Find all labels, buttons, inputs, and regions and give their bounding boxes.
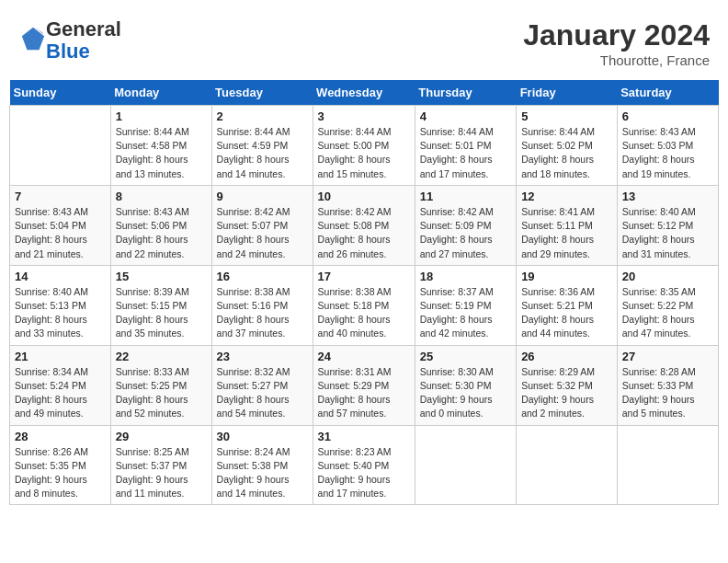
calendar-cell: 6Sunrise: 8:43 AMSunset: 5:03 PMDaylight… [617, 106, 718, 186]
day-number: 18 [420, 270, 511, 283]
calendar-cell: 1Sunrise: 8:44 AMSunset: 4:58 PMDaylight… [110, 106, 211, 186]
svg-marker-0 [22, 28, 44, 50]
day-number: 28 [15, 430, 106, 443]
calendar-week-row: 21Sunrise: 8:34 AMSunset: 5:24 PMDayligh… [10, 345, 719, 425]
calendar-cell: 24Sunrise: 8:31 AMSunset: 5:29 PMDayligh… [313, 345, 415, 425]
weekday-header-tuesday: Tuesday [211, 80, 313, 106]
day-number: 11 [420, 190, 511, 203]
calendar-cell [415, 425, 516, 505]
day-detail: Sunrise: 8:26 AMSunset: 5:35 PMDaylight:… [15, 445, 106, 501]
calendar-cell: 29Sunrise: 8:25 AMSunset: 5:37 PMDayligh… [110, 425, 211, 505]
day-number: 30 [217, 430, 308, 443]
day-number: 7 [15, 190, 106, 203]
weekday-header-saturday: Saturday [617, 80, 718, 106]
day-detail: Sunrise: 8:38 AMSunset: 5:16 PMDaylight:… [217, 285, 308, 341]
calendar-cell: 28Sunrise: 8:26 AMSunset: 5:35 PMDayligh… [10, 425, 111, 505]
day-detail: Sunrise: 8:33 AMSunset: 5:25 PMDaylight:… [116, 365, 207, 421]
day-detail: Sunrise: 8:34 AMSunset: 5:24 PMDaylight:… [15, 365, 106, 421]
day-number: 4 [420, 109, 511, 123]
day-detail: Sunrise: 8:38 AMSunset: 5:18 PMDaylight:… [318, 285, 410, 341]
day-detail: Sunrise: 8:23 AMSunset: 5:40 PMDaylight:… [318, 445, 410, 501]
calendar-cell: 22Sunrise: 8:33 AMSunset: 5:25 PMDayligh… [110, 345, 211, 425]
calendar-cell: 4Sunrise: 8:44 AMSunset: 5:01 PMDaylight… [415, 106, 516, 186]
calendar-cell: 17Sunrise: 8:38 AMSunset: 5:18 PMDayligh… [313, 265, 415, 345]
day-detail: Sunrise: 8:42 AMSunset: 5:07 PMDaylight:… [217, 205, 308, 261]
calendar-cell: 11Sunrise: 8:42 AMSunset: 5:09 PMDayligh… [415, 185, 516, 265]
logo-blue-text: Blue [46, 40, 90, 63]
calendar-cell: 7Sunrise: 8:43 AMSunset: 5:04 PMDaylight… [10, 185, 111, 265]
day-detail: Sunrise: 8:42 AMSunset: 5:09 PMDaylight:… [420, 205, 511, 261]
day-number: 10 [318, 190, 410, 203]
day-detail: Sunrise: 8:44 AMSunset: 4:58 PMDaylight:… [116, 125, 207, 181]
day-detail: Sunrise: 8:25 AMSunset: 5:37 PMDaylight:… [116, 445, 207, 501]
calendar-cell: 20Sunrise: 8:35 AMSunset: 5:22 PMDayligh… [617, 265, 718, 345]
calendar-cell: 16Sunrise: 8:38 AMSunset: 5:16 PMDayligh… [211, 265, 313, 345]
day-number: 19 [521, 270, 612, 283]
day-number: 15 [116, 270, 207, 283]
day-detail: Sunrise: 8:41 AMSunset: 5:11 PMDaylight:… [521, 205, 612, 261]
weekday-header-thursday: Thursday [415, 80, 516, 106]
day-number: 2 [217, 109, 308, 123]
header: General Blue January 2024 Thourotte, Fra… [9, 9, 719, 73]
calendar-cell: 3Sunrise: 8:44 AMSunset: 5:00 PMDaylight… [313, 106, 415, 186]
calendar-cell: 8Sunrise: 8:43 AMSunset: 5:06 PMDaylight… [110, 185, 211, 265]
day-number: 26 [521, 350, 612, 363]
calendar-cell [617, 425, 718, 505]
day-detail: Sunrise: 8:32 AMSunset: 5:27 PMDaylight:… [217, 365, 308, 421]
day-detail: Sunrise: 8:36 AMSunset: 5:21 PMDaylight:… [521, 285, 612, 341]
day-detail: Sunrise: 8:35 AMSunset: 5:22 PMDaylight:… [622, 285, 713, 341]
day-number: 22 [116, 350, 207, 363]
day-detail: Sunrise: 8:24 AMSunset: 5:38 PMDaylight:… [217, 445, 308, 501]
day-number: 16 [217, 270, 308, 283]
calendar-cell: 31Sunrise: 8:23 AMSunset: 5:40 PMDayligh… [313, 425, 415, 505]
logo: General Blue [18, 18, 121, 63]
logo-general-text: General [46, 17, 121, 40]
calendar-cell: 21Sunrise: 8:34 AMSunset: 5:24 PMDayligh… [10, 345, 111, 425]
day-detail: Sunrise: 8:44 AMSunset: 5:00 PMDaylight:… [318, 125, 410, 181]
day-number: 13 [622, 190, 713, 203]
day-number: 17 [318, 270, 410, 283]
weekday-header-row: SundayMondayTuesdayWednesdayThursdayFrid… [10, 80, 719, 106]
calendar-cell: 18Sunrise: 8:37 AMSunset: 5:19 PMDayligh… [415, 265, 516, 345]
day-number: 29 [116, 430, 207, 443]
day-detail: Sunrise: 8:40 AMSunset: 5:12 PMDaylight:… [622, 205, 713, 261]
calendar-cell: 23Sunrise: 8:32 AMSunset: 5:27 PMDayligh… [211, 345, 313, 425]
day-detail: Sunrise: 8:40 AMSunset: 5:13 PMDaylight:… [15, 285, 106, 341]
weekday-header-friday: Friday [517, 80, 618, 106]
calendar-cell: 14Sunrise: 8:40 AMSunset: 5:13 PMDayligh… [10, 265, 111, 345]
title-block: January 2024 Thourotte, France [523, 18, 710, 68]
calendar-cell: 12Sunrise: 8:41 AMSunset: 5:11 PMDayligh… [517, 185, 618, 265]
calendar-cell [10, 106, 111, 186]
day-number: 5 [521, 109, 612, 123]
month-year: January 2024 [523, 18, 710, 52]
day-number: 12 [521, 190, 612, 203]
day-number: 9 [217, 190, 308, 203]
calendar-cell: 13Sunrise: 8:40 AMSunset: 5:12 PMDayligh… [617, 185, 718, 265]
day-detail: Sunrise: 8:43 AMSunset: 5:04 PMDaylight:… [15, 205, 106, 261]
day-detail: Sunrise: 8:42 AMSunset: 5:08 PMDaylight:… [318, 205, 410, 261]
calendar-cell: 25Sunrise: 8:30 AMSunset: 5:30 PMDayligh… [415, 345, 516, 425]
calendar: SundayMondayTuesdayWednesdayThursdayFrid… [9, 80, 719, 505]
calendar-week-row: 28Sunrise: 8:26 AMSunset: 5:35 PMDayligh… [10, 425, 719, 505]
calendar-cell: 19Sunrise: 8:36 AMSunset: 5:21 PMDayligh… [517, 265, 618, 345]
calendar-week-row: 14Sunrise: 8:40 AMSunset: 5:13 PMDayligh… [10, 265, 719, 345]
calendar-week-row: 7Sunrise: 8:43 AMSunset: 5:04 PMDaylight… [10, 185, 719, 265]
day-detail: Sunrise: 8:44 AMSunset: 4:59 PMDaylight:… [217, 125, 308, 181]
day-number: 27 [622, 350, 713, 363]
weekday-header-wednesday: Wednesday [313, 80, 415, 106]
calendar-cell: 10Sunrise: 8:42 AMSunset: 5:08 PMDayligh… [313, 185, 415, 265]
calendar-cell: 15Sunrise: 8:39 AMSunset: 5:15 PMDayligh… [110, 265, 211, 345]
day-number: 25 [420, 350, 511, 363]
day-detail: Sunrise: 8:31 AMSunset: 5:29 PMDaylight:… [318, 365, 410, 421]
day-detail: Sunrise: 8:43 AMSunset: 5:06 PMDaylight:… [116, 205, 207, 261]
day-number: 21 [15, 350, 106, 363]
location: Thourotte, France [523, 52, 710, 68]
day-detail: Sunrise: 8:37 AMSunset: 5:19 PMDaylight:… [420, 285, 511, 341]
day-detail: Sunrise: 8:28 AMSunset: 5:33 PMDaylight:… [622, 365, 713, 421]
day-number: 1 [116, 109, 207, 123]
day-detail: Sunrise: 8:39 AMSunset: 5:15 PMDaylight:… [116, 285, 207, 341]
day-detail: Sunrise: 8:43 AMSunset: 5:03 PMDaylight:… [622, 125, 713, 181]
day-number: 3 [318, 109, 410, 123]
calendar-cell: 27Sunrise: 8:28 AMSunset: 5:33 PMDayligh… [617, 345, 718, 425]
calendar-cell: 5Sunrise: 8:44 AMSunset: 5:02 PMDaylight… [517, 106, 618, 186]
